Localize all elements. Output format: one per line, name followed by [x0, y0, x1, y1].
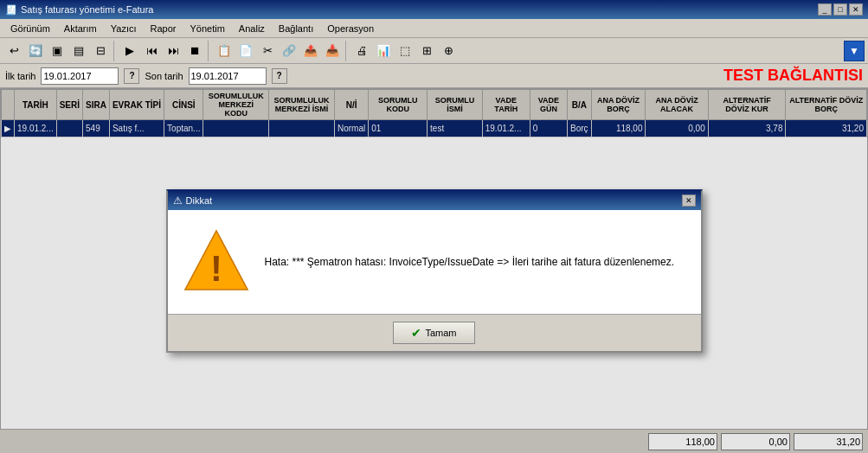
son-tarih-help-button[interactable]: ?: [272, 68, 287, 84]
dialog-title-text: Dikkat: [186, 195, 213, 206]
toolbar-expand-button[interactable]: ▼: [844, 41, 865, 61]
main-area: TARİH SERİ SIRA EVRAK TİPİ CİNSİ SORUMLU…: [0, 88, 868, 453]
toolbar-btn-2[interactable]: 🔄: [25, 41, 46, 61]
window-title: Satış faturası yönetimi e-Fatura: [21, 4, 153, 15]
toolbar-btn-1[interactable]: ↩: [3, 41, 24, 61]
son-tarih-input[interactable]: [189, 67, 267, 85]
toolbar: ↩ 🔄 ▣ ▤ ⊟ ▶ ⏮ ⏭ ⏹ 📋 📄 ✂ 🔗 📤 📥 🖨 📊 ⬚ ⊞ ⊕ …: [0, 38, 868, 64]
toolbar-btn-15[interactable]: 📥: [322, 41, 343, 61]
app-icon: 🧾: [5, 4, 17, 16]
dialog-title-left: ⚠ Dikkat: [173, 195, 213, 207]
menu-gorunum[interactable]: Görünüm: [3, 22, 57, 35]
dialog: ⚠ Dikkat ✕ ! Hata: *** Şematron hatası: …: [166, 189, 703, 353]
menu-yazici[interactable]: Yazıcı: [104, 22, 144, 35]
toolbar-btn-13[interactable]: 🔗: [279, 41, 299, 61]
dialog-body: ! Hata: *** Şematron hatası: InvoiceType…: [168, 210, 701, 314]
toolbar-btn-14[interactable]: 📤: [300, 41, 321, 61]
toolbar-btn-11[interactable]: 📄: [235, 41, 256, 61]
title-bar: 🧾 Satış faturası yönetimi e-Fatura _ □ ✕: [0, 0, 868, 19]
toolbar-btn-6[interactable]: ▶: [119, 41, 140, 61]
close-button[interactable]: ✕: [849, 3, 863, 16]
menu-baglanti[interactable]: Bağlantı: [272, 22, 320, 35]
ilk-tarih-label: İlk tarih: [5, 71, 35, 81]
dialog-ok-button[interactable]: ✔ Tamam: [393, 322, 474, 344]
menu-analiz[interactable]: Analiz: [232, 22, 272, 35]
toolbar-btn-17[interactable]: 📊: [373, 41, 394, 61]
dialog-title-icon: ⚠: [173, 195, 183, 207]
filter-bar: İlk tarih ? Son tarih ? TEST BAĞLANTISI: [0, 64, 868, 88]
dialog-footer: ✔ Tamam: [168, 314, 701, 351]
toolbar-btn-7[interactable]: ⏮: [141, 41, 162, 61]
test-connection-label: TEST BAĞLANTISI: [723, 67, 863, 85]
dialog-close-button[interactable]: ✕: [682, 195, 696, 207]
svg-text:!: !: [210, 248, 222, 289]
menu-aktarim[interactable]: Aktarım: [57, 22, 104, 35]
dialog-title-bar: ⚠ Dikkat ✕: [168, 191, 701, 210]
minimize-button[interactable]: _: [818, 3, 832, 16]
ilk-tarih-help-button[interactable]: ?: [124, 68, 139, 84]
toolbar-btn-10[interactable]: 📋: [214, 41, 235, 61]
toolbar-btn-3[interactable]: ▣: [47, 41, 68, 61]
title-bar-left: 🧾 Satış faturası yönetimi e-Fatura: [5, 4, 153, 16]
toolbar-btn-5[interactable]: ⊟: [90, 41, 111, 61]
son-tarih-label: Son tarih: [145, 71, 183, 81]
menu-rapor[interactable]: Rapor: [144, 22, 183, 35]
warning-icon: !: [182, 227, 251, 297]
toolbar-sep-2: [208, 41, 211, 61]
dialog-overlay: ⚠ Dikkat ✕ ! Hata: *** Şematron hatası: …: [0, 88, 868, 453]
title-bar-controls[interactable]: _ □ ✕: [818, 3, 863, 16]
toolbar-btn-12[interactable]: ✂: [257, 41, 278, 61]
toolbar-btn-16[interactable]: 🖨: [351, 41, 372, 61]
menu-yonetim[interactable]: Yönetim: [183, 22, 232, 35]
toolbar-btn-19[interactable]: ⊞: [416, 41, 437, 61]
toolbar-btn-20[interactable]: ⊕: [438, 41, 459, 61]
toolbar-btn-9[interactable]: ⏹: [184, 41, 205, 61]
toolbar-sep-1: [113, 41, 117, 61]
toolbar-sep-3: [345, 41, 349, 61]
ok-icon: ✔: [411, 326, 421, 340]
toolbar-btn-4[interactable]: ▤: [68, 41, 89, 61]
ilk-tarih-input[interactable]: [41, 67, 119, 85]
dialog-message: Hata: *** Şematron hatası: InvoiceType/I…: [265, 254, 687, 270]
toolbar-btn-18[interactable]: ⬚: [395, 41, 415, 61]
dialog-ok-label: Tamam: [425, 328, 456, 338]
menu-bar: Görünüm Aktarım Yazıcı Rapor Yönetim Ana…: [0, 19, 868, 38]
maximize-button[interactable]: □: [833, 3, 847, 16]
toolbar-btn-8[interactable]: ⏭: [163, 41, 183, 61]
menu-operasyon[interactable]: Operasyon: [320, 22, 381, 35]
